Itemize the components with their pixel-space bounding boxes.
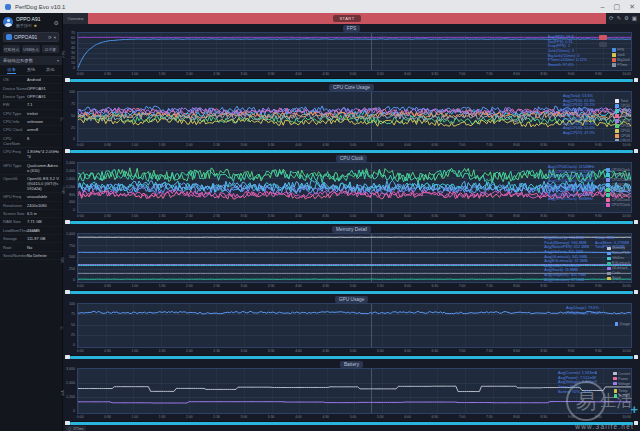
max-value-tag[interactable] [599,35,607,40]
plot-area[interactable]: Avg(Current): 1,943mAAvg(Power): 7,512mW… [77,368,632,414]
legend-item[interactable]: CPU6 [615,134,630,138]
legend-item[interactable]: Usage [615,322,630,326]
settings-gear-icon[interactable]: ⚙ [624,16,629,22]
minimize-button[interactable]: – [601,3,605,10]
legend-item[interactable]: CPU1Clock [606,173,630,177]
legend-item[interactable]: CPU2Clock [606,178,630,182]
legend-item[interactable]: Stack [607,276,630,280]
legend-item[interactable]: Total [615,99,630,103]
scrollbar-bar[interactable] [70,79,633,82]
scrollbar-track[interactable] [65,290,638,294]
legend-item[interactable]: NativePSS [607,251,630,255]
recording-bar[interactable]: START [88,13,606,24]
scrollbar-track[interactable] [65,149,638,153]
chevron-down-icon[interactable]: ▾ [54,35,56,40]
scrollbar-bar[interactable] [70,291,633,294]
close-button[interactable]: ✕ [629,3,635,10]
refresh-icon[interactable]: ⟳ [609,16,614,22]
legend-item[interactable]: EGLmtrack [607,261,630,265]
legend-item[interactable]: CPU6Clock [606,198,630,202]
scrollbar-right-handle[interactable] [634,78,639,82]
legend-item[interactable]: Battery [614,394,630,398]
plot-area[interactable]: Avg(Memory): 934.2MBPeak(Memory): 960.8M… [77,233,632,283]
legend-item[interactable]: GfxDev [607,256,630,260]
legend-item[interactable]: CPU2 [615,114,630,118]
plot-area[interactable]: Avg(CPU0Clock): 1154MHzAvg(CPU1Clock): 1… [77,162,632,213]
scrollbar-right-handle[interactable] [634,355,639,359]
plot-area[interactable]: Avg(Usage): 79.6%Peak(Usage): 91.0%Usage [77,303,632,348]
expand-icon[interactable]: ▣ [632,16,637,22]
section-header[interactable]: 基础信息和参数 ▾ [0,56,62,65]
scrollbar-track[interactable] [65,78,638,82]
maximize-button[interactable]: ▢ [614,3,621,10]
overview-tab[interactable]: Overview [63,13,88,24]
legend-item[interactable]: CPU0 [615,104,630,108]
mode-tab-2[interactable]: 悬浮窗 [42,45,59,53]
plot-area[interactable]: Avg(Total): 53.6%Avg(CPU0): 61.8%Avg(CPU… [77,91,632,142]
legend-item[interactable]: Voltage [613,382,630,386]
legend-swatch [615,322,619,326]
legend-item[interactable]: CPU3Clock [606,183,630,187]
scrollbar-left-handle[interactable] [65,149,70,153]
scrollbar-right-handle[interactable] [634,220,639,224]
info-row: Resolution2400x1080 [0,202,62,210]
legend-item[interactable]: FPS [612,48,630,52]
legend-item[interactable]: Jank [612,53,630,57]
x-tick: 2:30 [213,415,220,419]
scrollbar-bar[interactable] [70,221,633,224]
legend-item[interactable]: Graphics [607,281,630,283]
avg-value-tag[interactable] [599,42,607,47]
annotate-icon[interactable]: ✎ [616,16,621,22]
legend-item[interactable]: CPU7Clock [606,203,630,207]
chart-svg [78,33,631,70]
legend-item[interactable]: Temp [614,389,630,393]
mode-tab-1[interactable]: USB模式 [22,45,39,53]
scrollbar-right-handle[interactable] [634,290,639,294]
scrollbar-track[interactable] [65,421,638,425]
scrollbar-bar[interactable] [70,150,633,153]
mode-tab-0[interactable]: 性能模式 [3,45,20,53]
info-row: GPU Frequnavailable [0,193,62,201]
legend-item[interactable]: CPU5 [615,129,630,133]
legend-item[interactable]: Code [607,271,630,275]
legend-item[interactable]: CPU1 [615,109,630,113]
info-tab-0[interactable]: 设备 [7,67,16,74]
y-tick: 0 [73,279,75,283]
legend-item[interactable]: Current [613,372,630,376]
plot-area[interactable]: Avg(FPS): 58.8Var(FPS): 0.91Drop(FPS): 2… [77,32,632,71]
x-tick: 3:00 [241,284,248,288]
legend-item[interactable]: BigJank [612,58,630,62]
legend-item[interactable]: CPU0Clock [606,168,630,172]
refresh-icon[interactable]: ⟳ [48,35,52,40]
scrollbar-track[interactable] [65,220,638,224]
legend-label: CPU3 [620,119,630,123]
scrollbar-left-handle[interactable] [65,421,70,425]
scrollbar-left-handle[interactable] [65,290,70,294]
scrollbar-left-handle[interactable] [65,355,70,359]
legend-item[interactable]: CPU5Clock [606,193,630,197]
app-select-dropdown[interactable]: OPPOA91 ⟳ ▾ [3,32,59,42]
info-label: CPU Freq [3,149,27,159]
legend-item[interactable]: CPU7 [615,139,630,142]
gear-icon[interactable]: ⚙ [54,19,59,26]
legend-item[interactable]: CPU4Clock [606,188,630,192]
scrollbar-bar[interactable] [70,356,633,359]
legend-item[interactable]: Memory [607,246,630,250]
legend-item[interactable]: GLmtrack [607,266,630,270]
scrollbar-right-handle[interactable] [634,149,639,153]
scrollbar-right-handle[interactable] [634,421,639,425]
info-tab-1[interactable]: 系统 [27,67,36,74]
x-tick: 3:30 [268,415,275,419]
record-toggle-button[interactable]: START [333,15,360,22]
info-tab-2[interactable]: 其他 [46,67,55,74]
scrollbar-bar[interactable] [70,422,633,425]
scrollbar-left-handle[interactable] [65,78,70,82]
legend-item[interactable]: FTime [612,63,630,67]
scrollbar-track[interactable] [65,355,638,359]
scrollbar-left-handle[interactable] [65,220,70,224]
info-label: CPU Type [3,111,27,116]
legend-item[interactable]: CPU4 [615,124,630,128]
y-tick: 50 [71,115,75,119]
legend-item[interactable]: Power [613,377,630,381]
legend-item[interactable]: CPU3 [615,119,630,123]
